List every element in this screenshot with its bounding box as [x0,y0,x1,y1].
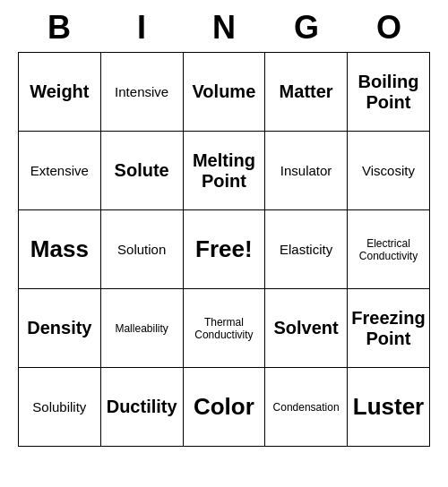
table-row: WeightIntensiveVolumeMatterBoiling Point [19,53,430,132]
bingo-cell: Weight [19,53,101,132]
bingo-cell: Melting Point [183,132,265,210]
bingo-cell: Extensive [19,132,101,210]
bingo-letter-g: G [269,9,344,47]
bingo-cell: Luster [347,368,429,447]
bingo-letter-b: B [22,9,97,47]
bingo-cell: Mass [19,210,101,289]
bingo-cell: Viscosity [347,132,429,210]
bingo-cell: Boiling Point [347,53,429,132]
bingo-cell: Intensive [100,53,183,132]
bingo-header: BINGO [18,0,430,52]
bingo-grid: WeightIntensiveVolumeMatterBoiling Point… [18,52,430,447]
bingo-cell: Solubility [19,368,101,447]
bingo-cell: Electrical Conductivity [347,210,429,289]
bingo-cell: Solution [100,210,183,289]
bingo-cell: Color [183,368,265,447]
bingo-cell: Insulator [265,132,348,210]
table-row: SolubilityDuctilityColorCondensationLust… [19,368,430,447]
table-row: MassSolutionFree!ElasticityElectrical Co… [19,210,430,289]
table-row: ExtensiveSoluteMelting PointInsulatorVis… [19,132,430,210]
bingo-cell: Solvent [265,289,348,368]
bingo-cell: Volume [183,53,265,132]
bingo-letter-i: I [104,9,179,47]
bingo-cell: Malleability [100,289,183,368]
bingo-cell: Thermal Conductivity [183,289,265,368]
bingo-cell: Free! [183,210,265,289]
bingo-cell: Condensation [265,368,348,447]
table-row: DensityMalleabilityThermal ConductivityS… [19,289,430,368]
bingo-cell: Freezing Point [347,289,429,368]
bingo-letter-n: N [186,9,262,47]
bingo-cell: Matter [265,53,348,132]
bingo-letter-o: O [351,9,426,47]
bingo-cell: Elasticity [265,210,348,289]
bingo-cell: Ductility [100,368,183,447]
bingo-cell: Density [19,289,101,368]
bingo-cell: Solute [100,132,183,210]
